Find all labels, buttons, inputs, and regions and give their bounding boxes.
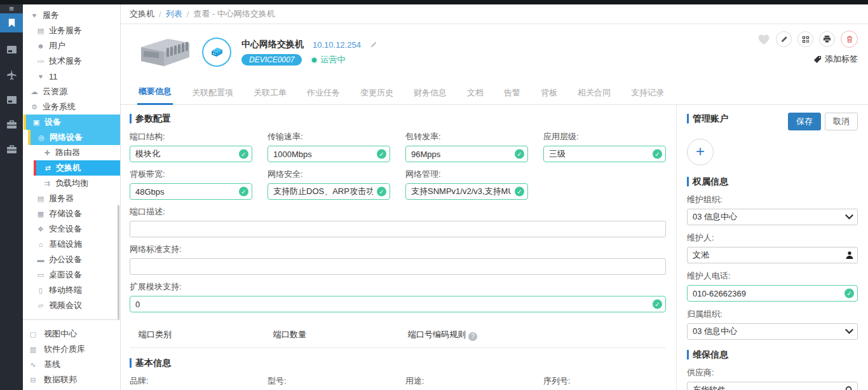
port-table-header: 端口类别 端口数量 端口号编码规则: [130, 323, 666, 348]
sidebar-item-11[interactable]: ♥11: [23, 69, 120, 84]
section-title-parameters: 参数配置: [130, 114, 666, 123]
bookmark-icon: [7, 18, 17, 28]
port-structure-input[interactable]: [130, 146, 252, 162]
application-level-input[interactable]: [543, 146, 666, 162]
heart-icon: ♥: [36, 73, 46, 80]
port-description-input[interactable]: [130, 221, 666, 237]
maintainer-input[interactable]: [687, 247, 858, 263]
tab-financial-info[interactable]: 财务信息: [412, 87, 448, 104]
backplane-bandwidth-input[interactable]: [130, 183, 252, 200]
transfer-rate-input[interactable]: [268, 146, 390, 162]
sidebar-item-data-federation[interactable]: ⊟数据联邦: [23, 372, 120, 387]
breadcrumb: 交换机 / 列表 / 查看 - 中心网络交换机: [121, 4, 868, 24]
expansion-modules-input[interactable]: [130, 296, 666, 312]
tab-summary[interactable]: 概要信息: [137, 86, 173, 105]
tab-job-tasks[interactable]: 作业任务: [306, 87, 341, 104]
sidebar-scrollbar[interactable]: [118, 205, 119, 319]
edit-ip-icon[interactable]: [370, 41, 377, 48]
sidebar-item-baseline[interactable]: ∿基线: [23, 357, 120, 372]
tab-change-history[interactable]: 变更历史: [359, 87, 395, 104]
add-account-button[interactable]: [687, 139, 714, 165]
view-center-icon: ▢: [28, 330, 38, 338]
device-icon: ▣: [31, 118, 41, 127]
rail-item-briefcase-1[interactable]: [6, 120, 17, 132]
sidebar-item-switches[interactable]: ⇄交换机: [34, 160, 120, 176]
port-number-rule-header: 端口号编码规则: [408, 329, 666, 341]
infrastructure-icon: ⌂: [36, 240, 46, 248]
sidebar-item-infrastructure[interactable]: ⌂基础设施: [23, 237, 120, 252]
sidebar-item-business-systems[interactable]: ⚙业务系统: [23, 99, 120, 115]
search-icon[interactable]: [845, 386, 853, 390]
sidebar-item-label: 桌面设备: [49, 269, 82, 281]
breadcrumb-list-link[interactable]: 列表: [166, 8, 182, 20]
owner-org-select[interactable]: [687, 323, 858, 340]
sidebar-item-servers[interactable]: ▤服务器: [23, 191, 120, 206]
rail-item-plane[interactable]: [6, 69, 17, 83]
tab-documents[interactable]: 文档: [466, 87, 485, 104]
main-content: 交换机 / 列表 / 查看 - 中心网络交换机: [121, 4, 868, 390]
qr-code-button[interactable]: [797, 31, 813, 47]
device-photo: [137, 34, 192, 70]
rail-item-bookmark[interactable]: [0, 13, 23, 32]
field-label: 型号:: [268, 375, 390, 387]
icon-rail: [0, 4, 23, 390]
rail-item-panel-1[interactable]: [6, 45, 17, 57]
sidebar-item-devices[interactable]: ▣设备: [24, 115, 120, 130]
field-maintainer-phone: 维护人电话:: [687, 270, 858, 302]
tab-alerts[interactable]: 告警: [503, 87, 522, 104]
sidebar-item-security-devices[interactable]: ❖安全设备: [23, 221, 120, 237]
sidebar-item-cmdb-audit[interactable]: ▤CMDB审计: [23, 387, 120, 390]
person-icon[interactable]: [846, 251, 853, 260]
field-label: 维护人:: [687, 232, 858, 244]
maintenance-org-select[interactable]: [687, 209, 858, 225]
sidebar-item-desktop-devices[interactable]: ▭桌面设备: [23, 267, 120, 282]
sidebar-item-tech-services[interactable]: </>技术服务: [23, 53, 120, 69]
supplier-input[interactable]: [687, 382, 858, 390]
add-tag-button[interactable]: 添加标签: [813, 53, 858, 65]
device-code-badge: DEVICE0007: [241, 54, 302, 66]
packet-forwarding-input[interactable]: [405, 146, 528, 162]
sidebar-item-business-services[interactable]: ▤业务服务: [23, 23, 120, 38]
favorite-heart-icon[interactable]: [757, 34, 770, 45]
switch-glyph-icon: [208, 46, 225, 59]
tab-related-ci[interactable]: 关联配置项: [191, 87, 234, 104]
tab-related-tickets[interactable]: 关联工单: [252, 87, 288, 104]
tab-bar: 概要信息 关联配置项 关联工单 作业任务 变更历史 财务信息 文档 告警 背板 …: [121, 83, 868, 105]
sidebar-item-label: 视图中心: [44, 328, 77, 340]
maintainer-phone-input[interactable]: [687, 285, 858, 302]
rail-item-panel-2[interactable]: [6, 95, 17, 107]
breadcrumb-root[interactable]: 交换机: [130, 8, 154, 20]
tab-support-records[interactable]: 支持记录: [630, 87, 665, 104]
sidebar-item-users[interactable]: ☻用户: [23, 38, 120, 53]
delete-button[interactable]: [841, 31, 858, 48]
save-button[interactable]: 保存: [788, 113, 821, 130]
edit-button[interactable]: [776, 31, 792, 47]
sidebar-item-label: 基础设施: [49, 239, 82, 250]
tab-backplane[interactable]: 背板: [539, 87, 559, 104]
sidebar-item-services[interactable]: ♥服务: [23, 8, 120, 23]
field-transfer-rate: 传输速率:: [268, 131, 390, 162]
sidebar-item-video-conference[interactable]: ▱视频会议: [23, 298, 120, 313]
header-actions: [757, 31, 858, 48]
sidebar-item-view-center[interactable]: ▢视图中心: [23, 326, 120, 342]
hamburger-menu-icon[interactable]: [0, 4, 23, 13]
rail-item-briefcase-2[interactable]: [6, 144, 17, 157]
network-management-input[interactable]: [405, 183, 528, 200]
print-button[interactable]: [819, 31, 835, 47]
help-icon[interactable]: [468, 332, 477, 341]
network-standards-input[interactable]: [130, 258, 666, 275]
tab-contracts[interactable]: 相关合同: [576, 87, 612, 104]
field-maintenance-org: 维护组织:: [687, 194, 858, 225]
field-label: 传输速率:: [268, 131, 390, 143]
sidebar-item-software-repo[interactable]: ▥软件介质库: [23, 342, 120, 357]
network-security-input[interactable]: [268, 183, 390, 200]
sidebar-item-office-devices[interactable]: ▬办公设备: [23, 252, 120, 267]
sidebar-item-load-balancer[interactable]: ⇉负载均衡: [23, 176, 120, 191]
sidebar-item-routers[interactable]: ✚路由器: [23, 145, 120, 160]
sidebar-item-storage[interactable]: ▦存储设备: [23, 206, 120, 221]
sidebar-item-mobile-terminals[interactable]: ▯移动终端: [23, 282, 120, 298]
sidebar-item-network-devices[interactable]: ◎网络设备: [28, 130, 120, 145]
cancel-button[interactable]: 取消: [825, 113, 858, 130]
device-header: 中心网络交换机 10.10.12.254 DEVICE0007 运营中: [121, 24, 868, 83]
sidebar-item-cloud-resources[interactable]: ☁云资源: [23, 84, 120, 99]
